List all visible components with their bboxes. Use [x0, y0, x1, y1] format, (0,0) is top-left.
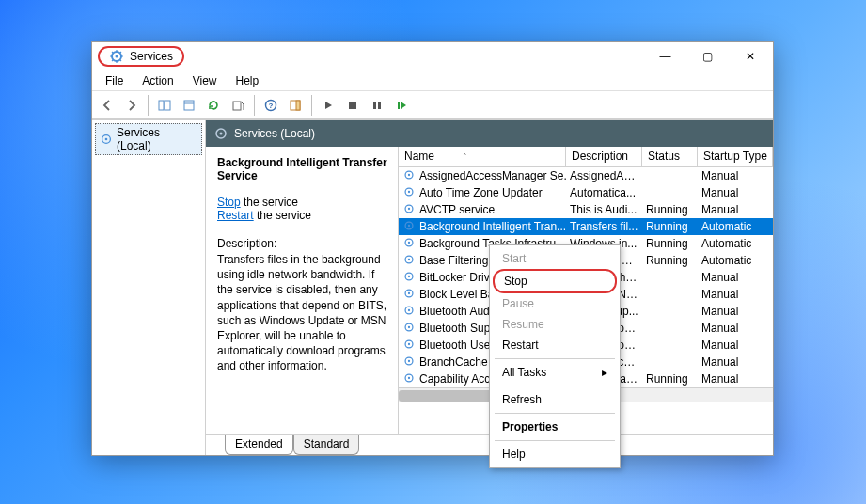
action-pane-button[interactable]	[284, 94, 307, 117]
back-button[interactable]	[96, 94, 118, 117]
context-help[interactable]: Help	[493, 444, 617, 465]
svg-point-20	[408, 174, 410, 176]
context-stop[interactable]: Stop	[493, 269, 617, 293]
context-pause: Pause	[493, 293, 617, 314]
menu-action[interactable]: Action	[134, 72, 181, 89]
column-header-status[interactable]: Status	[642, 147, 698, 166]
svg-point-16	[105, 138, 108, 141]
svg-point-22	[408, 191, 410, 193]
tab-extended[interactable]: Extended	[225, 435, 293, 455]
service-icon	[402, 304, 417, 319]
menu-view[interactable]: View	[185, 72, 225, 89]
separator	[495, 386, 615, 386]
column-header-description[interactable]: Description	[566, 147, 642, 166]
context-restart[interactable]: Restart	[493, 335, 617, 355]
services-icon	[100, 133, 113, 146]
context-properties[interactable]: Properties	[493, 417, 617, 437]
maximize-button[interactable]: ▢	[686, 43, 729, 70]
description-label: Description:	[217, 237, 388, 250]
svg-point-18	[220, 133, 223, 135]
service-startup: Automatic	[698, 254, 773, 267]
titlebar: Services — ▢ ✕	[92, 42, 773, 71]
properties-button[interactable]	[178, 94, 200, 117]
window-title: Services	[130, 50, 173, 63]
service-icon	[402, 185, 417, 200]
tree-item-services-local[interactable]: Services (Local)	[95, 123, 202, 155]
separator	[254, 95, 255, 116]
service-row[interactable]: Background Intelligent Tran...Transfers …	[399, 218, 773, 235]
pause-service-button[interactable]	[366, 94, 388, 117]
export-list-button[interactable]	[227, 94, 249, 117]
service-icon	[402, 202, 417, 217]
submenu-arrow-icon: ▸	[602, 366, 607, 379]
svg-point-26	[408, 225, 410, 227]
column-header-name[interactable]: Name ˄	[399, 147, 566, 166]
content-header-title: Services (Local)	[234, 127, 315, 140]
svg-rect-14	[398, 102, 400, 109]
svg-rect-3	[165, 101, 170, 110]
menubar: File Action View Help	[92, 71, 773, 91]
service-status: Running	[642, 220, 698, 233]
refresh-button[interactable]	[202, 94, 225, 117]
restart-suffix: the service	[254, 209, 311, 222]
service-status: Running	[642, 203, 698, 216]
context-refresh[interactable]: Refresh	[493, 389, 617, 410]
service-icon	[402, 371, 417, 386]
service-icon	[402, 338, 417, 353]
svg-rect-12	[373, 102, 376, 109]
context-menu: Start Stop Pause Resume Restart All Task…	[489, 244, 621, 468]
service-row[interactable]: AssignedAccessManager Se...AssignedAc...…	[399, 167, 773, 184]
service-row[interactable]: AVCTP serviceThis is Audi...RunningManua…	[399, 201, 773, 218]
service-startup: Manual	[698, 271, 773, 284]
restart-service-link[interactable]: Restart	[217, 209, 254, 222]
context-start: Start	[493, 248, 617, 269]
service-startup: Manual	[698, 288, 773, 301]
menu-help[interactable]: Help	[228, 72, 267, 89]
service-description: Transfers fil...	[566, 220, 642, 233]
service-startup: Manual	[698, 203, 773, 216]
help-button[interactable]: ?	[260, 94, 282, 117]
separator	[495, 358, 615, 359]
service-icon	[402, 287, 417, 302]
service-startup: Manual	[698, 372, 773, 386]
service-icon	[402, 321, 417, 336]
separator	[495, 413, 615, 414]
sort-indicator-icon: ˄	[463, 152, 467, 162]
start-service-button[interactable]	[317, 94, 339, 117]
service-startup: Manual	[698, 339, 773, 352]
context-all-tasks[interactable]: All Tasks▸	[493, 362, 617, 383]
services-app-icon	[109, 49, 124, 64]
service-row[interactable]: Auto Time Zone UpdaterAutomatica...Manua…	[399, 184, 773, 201]
svg-point-42	[408, 360, 410, 362]
close-button[interactable]: ✕	[729, 43, 771, 70]
column-header-startup[interactable]: Startup Type	[698, 147, 773, 166]
stop-service-button[interactable]	[341, 94, 364, 117]
show-hide-tree-button[interactable]	[153, 94, 176, 117]
service-icon	[402, 168, 417, 183]
detail-pane: Background Intelligent Transfer Service …	[206, 147, 399, 434]
service-status: Running	[642, 237, 698, 250]
menu-file[interactable]: File	[98, 72, 131, 89]
forward-button[interactable]	[120, 94, 143, 117]
tab-standard[interactable]: Standard	[293, 435, 360, 455]
tree-pane: Services (Local)	[92, 120, 206, 455]
separator	[311, 95, 312, 116]
description-text: Transfers files in the background using …	[217, 252, 388, 374]
svg-rect-10	[296, 101, 300, 110]
svg-rect-4	[184, 101, 194, 110]
column-headers: Name ˄ Description Status Startup Type	[399, 147, 773, 167]
service-name: BranchCache	[419, 355, 488, 369]
stop-service-link[interactable]: Stop	[217, 196, 241, 209]
service-startup: Manual	[698, 186, 773, 199]
service-description: AssignedAc...	[566, 169, 642, 182]
svg-rect-2	[159, 101, 164, 110]
selected-service-title: Background Intelligent Transfer Service	[217, 156, 388, 182]
restart-service-button[interactable]	[390, 94, 413, 117]
minimize-button[interactable]: —	[644, 43, 686, 70]
service-icon	[402, 354, 417, 370]
service-name: Auto Time Zone Updater	[419, 186, 543, 199]
service-startup: Automatic	[698, 220, 773, 233]
service-startup: Manual	[698, 169, 773, 182]
tree-item-label: Services (Local)	[117, 126, 197, 152]
svg-point-40	[408, 343, 410, 345]
